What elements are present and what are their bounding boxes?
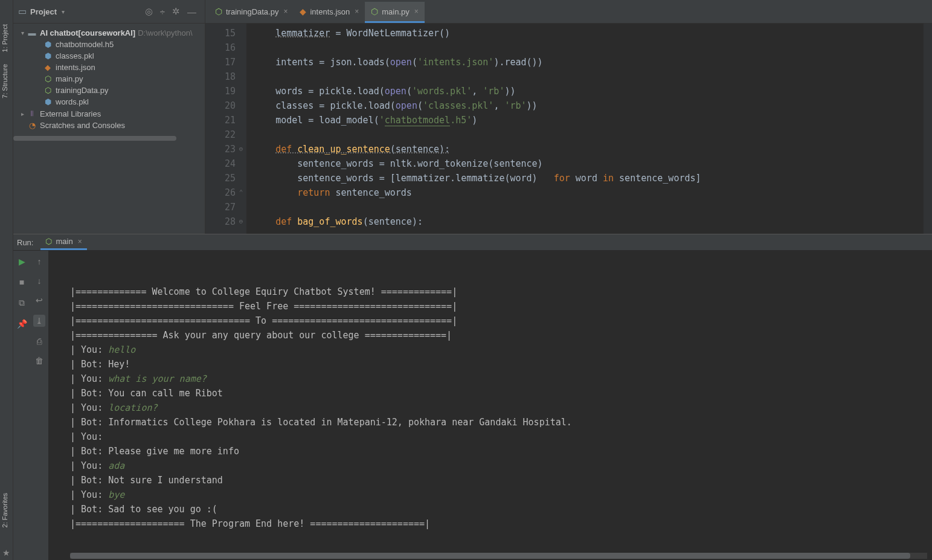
editor-gutter: ⊖⌃⊖ 1516171819202122232425262728 xyxy=(205,24,246,234)
close-icon[interactable]: × xyxy=(414,7,419,16)
code-line[interactable]: sentence_words = nltk.word_tokenize(sent… xyxy=(254,156,924,171)
console-line: | Bot: Informatics College Pokhara is lo… xyxy=(70,415,932,430)
console-line: | You: ada xyxy=(70,459,932,473)
up-icon[interactable]: ↑ xyxy=(37,257,42,266)
editor-tab[interactable]: ◆intents.json× xyxy=(294,2,365,23)
line-number: 27 xyxy=(205,200,236,214)
trash-icon[interactable]: 🗑 xyxy=(35,356,43,365)
chevron-down-icon[interactable]: ▾ xyxy=(18,30,27,36)
fold-mark[interactable]: ⊖ xyxy=(237,214,245,229)
editor-tab-label: trainingData.py xyxy=(226,7,278,16)
tree-file[interactable]: ⬡trainingData.py xyxy=(13,85,205,96)
editor-vertical-scrollbar[interactable] xyxy=(924,24,932,234)
pkl-icon: ⬢ xyxy=(42,51,53,60)
editor-tab-label: intents.json xyxy=(310,7,350,16)
locate-icon[interactable]: ◎ xyxy=(145,6,153,17)
fold-mark[interactable]: ⊖ xyxy=(237,142,245,156)
tree-scratches[interactable]: ◔ Scratches and Consoles xyxy=(13,120,205,131)
tree-root[interactable]: ▾ ▬ AI chatbot [courseworkAI] D:\work\py… xyxy=(13,27,205,39)
layout-icon[interactable]: ⧉ xyxy=(19,298,25,308)
print-icon[interactable]: ⎙ xyxy=(37,336,42,346)
project-tool-tab[interactable]: 1: Project xyxy=(0,18,13,58)
code-line[interactable]: def clean_up_sentence(sentence): xyxy=(254,142,924,156)
close-icon[interactable]: × xyxy=(283,7,288,16)
tree-file[interactable]: ⬢words.pkl xyxy=(13,96,205,108)
close-icon[interactable]: × xyxy=(78,237,82,246)
tree-file-label: main.py xyxy=(56,74,83,83)
console-line: | You: xyxy=(70,430,932,444)
fold-mark xyxy=(237,171,245,185)
code-line[interactable]: def bag_of_words(sentence): xyxy=(254,214,924,229)
python-icon: ⬡ xyxy=(42,86,53,95)
favorites-tool-tab[interactable]: 2: Favorites xyxy=(0,487,13,533)
console-line: | Bot: Sad to see you go :( xyxy=(70,502,932,517)
tree-root-name: AI chatbot xyxy=(40,28,79,37)
project-panel-title: Project xyxy=(30,7,57,16)
structure-tool-tab[interactable]: 7: Structure xyxy=(0,58,13,105)
folder-icon: ▬ xyxy=(27,28,37,37)
line-number: 17 xyxy=(205,55,236,69)
code-line[interactable] xyxy=(254,69,924,84)
pkl-icon: ⬢ xyxy=(42,97,53,106)
editor-split: ▾ ▬ AI chatbot [courseworkAI] D:\work\py… xyxy=(13,24,932,234)
code-line[interactable]: intents = json.loads(open('intents.json'… xyxy=(254,55,924,69)
tree-file[interactable]: ◆intents.json xyxy=(13,62,205,73)
tree-horizontal-scrollbar[interactable] xyxy=(13,136,205,141)
collapse-icon[interactable]: ÷ xyxy=(160,7,165,17)
fold-mark xyxy=(237,127,245,142)
run-tab[interactable]: ⬡ main × xyxy=(40,234,86,250)
tree-item-label: External Libraries xyxy=(40,109,101,118)
tree-file-label: trainingData.py xyxy=(56,86,108,95)
line-number: 21 xyxy=(205,113,236,127)
tree-file[interactable]: ⬢classes.pkl xyxy=(13,50,205,62)
close-icon[interactable]: × xyxy=(355,7,359,16)
editor[interactable]: ⊖⌃⊖ 1516171819202122232425262728 lemmati… xyxy=(205,24,932,234)
console-line: |================================ To ===… xyxy=(70,314,932,328)
code-line[interactable]: model = load_model('chatbotmodel.h5') xyxy=(254,113,924,127)
left-tool-strip: 1: Project 7: Structure 2: Favorites ★ xyxy=(0,0,13,560)
wrap-icon[interactable]: ↩ xyxy=(36,295,43,305)
console-horizontal-scrollbar[interactable] xyxy=(70,553,927,559)
console-output[interactable]: |============= Welcome to College Equiry… xyxy=(48,251,932,560)
fold-mark xyxy=(237,113,245,127)
tree-file-label: words.pkl xyxy=(56,97,89,106)
editor-tab[interactable]: ⬡main.py× xyxy=(365,2,425,23)
tree-external-libraries[interactable]: ▸ ⫴ External Libraries xyxy=(13,108,205,120)
project-tree[interactable]: ▾ ▬ AI chatbot [courseworkAI] D:\work\py… xyxy=(13,24,205,234)
code-line[interactable]: sentence_words = [lemmatizer.lemmatize(w… xyxy=(254,171,924,185)
code-line[interactable] xyxy=(254,40,924,55)
editor-tabs: ⬡trainingData.py×◆intents.json×⬡main.py× xyxy=(205,0,425,23)
down-icon[interactable]: ↓ xyxy=(37,276,42,286)
line-number: 22 xyxy=(205,127,236,142)
console-panel: ▶ ■ ⧉ 📌 ↑ ↓ ↩ ⤓ ⎙ 🗑 |============= Welco… xyxy=(13,251,932,560)
code-line[interactable] xyxy=(254,127,924,142)
code-line[interactable]: lemmatizer = WordNetLemmatizer() xyxy=(254,26,924,40)
tree-file[interactable]: ⬡main.py xyxy=(13,73,205,85)
console-line: | Bot: You can call me Ribot xyxy=(70,386,932,401)
code-line[interactable]: words = pickle.load(open('words.pkl', 'r… xyxy=(254,84,924,98)
line-number: 26 xyxy=(205,185,236,200)
pin-icon[interactable]: 📌 xyxy=(17,319,27,329)
python-icon: ⬡ xyxy=(215,7,222,16)
python-icon: ⬡ xyxy=(42,74,53,83)
tree-file[interactable]: ⬢chatbotmodel.h5 xyxy=(13,39,205,50)
fold-mark[interactable]: ⌃ xyxy=(237,185,245,200)
tree-file-label: classes.pkl xyxy=(56,51,94,60)
line-number: 25 xyxy=(205,171,236,185)
chevron-down-icon[interactable]: ▾ xyxy=(62,8,65,15)
scroll-to-end-icon[interactable]: ⤓ xyxy=(33,315,45,327)
code-line[interactable]: return sentence_words xyxy=(254,185,924,200)
stop-icon[interactable]: ■ xyxy=(19,277,24,287)
editor-tab[interactable]: ⬡trainingData.py× xyxy=(209,2,294,23)
chevron-right-icon[interactable]: ▸ xyxy=(18,111,27,117)
run-tool-bar: Run: ⬡ main × xyxy=(13,234,932,251)
run-icon[interactable]: ▶ xyxy=(19,257,25,266)
code-line[interactable]: classes = pickle.load(open('classes.pkl'… xyxy=(254,98,924,113)
hide-icon[interactable]: — xyxy=(187,7,196,17)
json-icon: ◆ xyxy=(42,63,53,72)
code-body[interactable]: lemmatizer = WordNetLemmatizer() intents… xyxy=(246,24,924,234)
fold-mark xyxy=(237,40,245,55)
code-line[interactable] xyxy=(254,200,924,214)
settings-icon[interactable]: ✲ xyxy=(172,6,180,17)
tree-root-bracket: [courseworkAI] xyxy=(79,28,136,37)
